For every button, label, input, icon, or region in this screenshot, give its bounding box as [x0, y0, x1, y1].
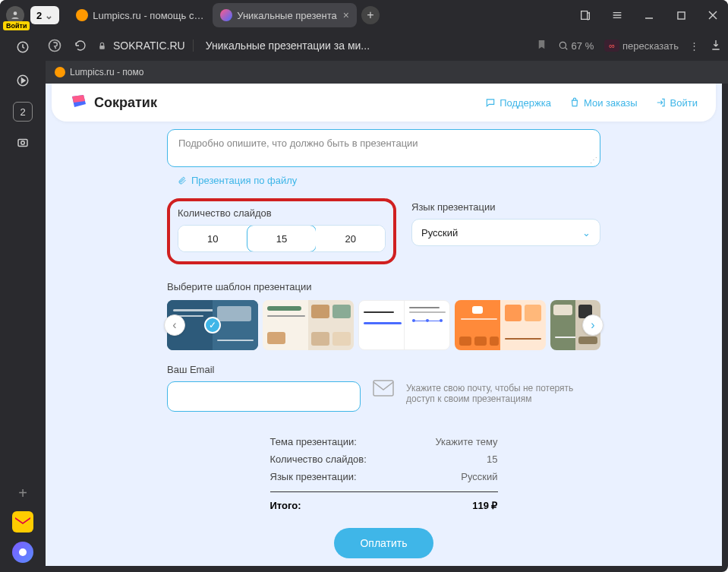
page-content: Сократик Поддержка Мои заказы Войти Подр…: [46, 84, 722, 566]
slides-count-segmented: 10 15 20: [178, 225, 386, 252]
svg-rect-15: [99, 45, 105, 49]
nav-support[interactable]: Поддержка: [485, 97, 551, 109]
pay-button[interactable]: Оплатить: [334, 528, 433, 558]
site-logo[interactable]: Сократик: [70, 93, 157, 112]
play-icon[interactable]: [11, 68, 35, 93]
presentation-by-file-link[interactable]: Презентация по файлу: [178, 175, 600, 186]
page-title-addr: Уникальные презентации за ми...: [206, 40, 370, 52]
bookmark-icon[interactable]: [536, 39, 547, 52]
template-card-2[interactable]: [263, 300, 354, 350]
yandex-logo-icon[interactable]: [46, 36, 64, 55]
svg-point-11: [21, 141, 25, 145]
svg-point-13: [19, 548, 27, 556]
login-badge[interactable]: Войти: [3, 21, 30, 30]
email-label: Ваш Email: [167, 364, 361, 375]
bag-icon: [569, 97, 580, 108]
alice-icon[interactable]: [12, 542, 33, 563]
paperclip-icon: [178, 175, 187, 186]
chevron-down-icon: ⌄: [582, 227, 591, 239]
slides-count-highlight: Количество слайдов 10 15 20: [167, 198, 396, 264]
url-domain: SOKRATIC.RU: [113, 40, 185, 52]
carousel-prev-button[interactable]: ‹: [164, 314, 185, 336]
summary-slides-label: Количество слайдов:: [270, 453, 367, 465]
summary-total-label: Итого:: [270, 500, 301, 511]
menu-icon[interactable]: [608, 6, 626, 24]
svg-rect-10: [18, 140, 27, 147]
order-summary: Тема презентации:Укажите тему Количество…: [270, 433, 498, 514]
tabs-count-icon[interactable]: 2: [13, 102, 33, 122]
chevron-down-icon: ⌄: [45, 10, 53, 21]
screenshot-icon[interactable]: [11, 131, 35, 155]
lock-icon: [97, 41, 107, 51]
add-sidebar-icon[interactable]: +: [18, 485, 27, 502]
close-window-button[interactable]: [704, 6, 722, 24]
template-card-4[interactable]: [455, 300, 546, 350]
template-card-3[interactable]: [358, 300, 451, 350]
svg-rect-5: [677, 11, 684, 18]
chat-icon: [485, 97, 496, 108]
language-select[interactable]: Русский ⌄: [411, 219, 600, 246]
yandex-mail-icon[interactable]: [12, 511, 33, 532]
promo-link[interactable]: Применить промокод: [167, 564, 600, 566]
slides-20-button[interactable]: 20: [316, 226, 385, 251]
maximize-button[interactable]: [672, 6, 690, 24]
close-tab-icon[interactable]: ×: [343, 9, 349, 21]
tab-lumpics[interactable]: Lumpics.ru - помощь с он: [68, 3, 213, 27]
resize-handle-icon[interactable]: ⋰: [590, 156, 597, 164]
tab-sokratic[interactable]: Уникальные презента ×: [213, 3, 357, 27]
zoom-indicator[interactable]: 67 %: [558, 40, 594, 52]
summary-lang-value: Русский: [461, 471, 497, 482]
browser-window: Войти 2 ⌄ Lumpics.ru - помощь с он Уника…: [0, 0, 728, 572]
url-box[interactable]: SOKRATIC.RU: [97, 40, 194, 52]
email-input[interactable]: [167, 381, 361, 412]
summary-theme-value: Укажите тему: [435, 436, 497, 447]
nav-login[interactable]: Войти: [656, 97, 698, 109]
login-icon: [656, 97, 667, 108]
favicon-sokratic: [220, 9, 232, 21]
bookmark-item[interactable]: Lumpics.ru - помо: [70, 67, 143, 77]
slides-10-button[interactable]: 10: [178, 226, 247, 251]
email-hint: Укажите свою почту, чтобы не потерять до…: [406, 372, 600, 404]
summary-slides-value: 15: [487, 453, 497, 465]
reload-icon[interactable]: [71, 36, 90, 55]
titlebar: Войти 2 ⌄ Lumpics.ru - помощь с он Уника…: [0, 0, 728, 30]
favicon-lumpics: [76, 9, 88, 21]
download-icon[interactable]: [710, 39, 722, 53]
description-textarea[interactable]: Подробно опишите, что должно быть в през…: [167, 129, 600, 167]
template-label: Выберите шаблон презентации: [167, 281, 600, 292]
template-selected-check-icon: ✓: [204, 317, 221, 333]
carousel-next-button[interactable]: ›: [582, 314, 604, 336]
pereskaz-button[interactable]: ∞пересказать: [604, 40, 679, 52]
tab-count-button[interactable]: 2 ⌄: [30, 6, 59, 24]
tag-icon: [328, 565, 338, 566]
summary-lang-label: Язык презентации:: [270, 471, 357, 482]
addressbar: SOKRATIC.RU Уникальные презентации за ми…: [0, 30, 728, 61]
site-header: Сократик Поддержка Мои заказы Войти: [52, 84, 716, 122]
svg-point-16: [559, 42, 566, 48]
bookmark-bar: Lumpics.ru - помо: [0, 61, 728, 84]
kebab-icon[interactable]: ⋮: [689, 40, 699, 52]
slides-count-label: Количество слайдов: [178, 207, 386, 219]
bookmark-favicon: [55, 67, 65, 77]
browser-sidebar: 2 +: [0, 30, 46, 572]
history-icon[interactable]: [11, 35, 35, 59]
svg-rect-12: [12, 511, 33, 532]
summary-total-value: 119 ₽: [472, 500, 497, 511]
svg-rect-18: [373, 381, 393, 396]
svg-point-0: [14, 11, 17, 15]
summary-theme-label: Тема презентации:: [270, 436, 357, 447]
minimize-button[interactable]: [640, 6, 658, 24]
nav-orders[interactable]: Мои заказы: [569, 97, 638, 109]
svg-line-17: [565, 47, 567, 49]
language-label: Язык презентации: [411, 201, 600, 213]
template-carousel: ‹ ✓: [167, 300, 600, 350]
slides-15-button[interactable]: 15: [247, 225, 317, 252]
envelope-icon: [373, 380, 394, 397]
library-icon[interactable]: [576, 6, 594, 24]
profile-avatar[interactable]: Войти: [6, 6, 24, 24]
logo-icon: [70, 93, 88, 112]
new-tab-button[interactable]: +: [361, 6, 380, 24]
